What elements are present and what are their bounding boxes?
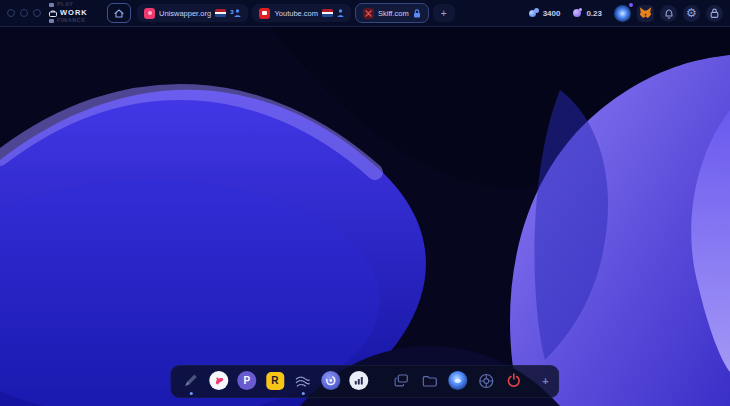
- orb-button[interactable]: [614, 5, 631, 22]
- waves-icon: [295, 375, 310, 387]
- orb-app-icon: [448, 371, 467, 390]
- dock-app-orb[interactable]: [448, 371, 467, 390]
- window-control-2[interactable]: [20, 9, 28, 17]
- chart-app-icon: [349, 371, 368, 390]
- tab-label: Skiff.com: [378, 9, 409, 18]
- tab-youtube[interactable]: Youtube.com: [252, 4, 351, 22]
- top-bar: PLAY WORK FINANCE Uniswapper.o: [0, 0, 730, 27]
- helm-icon: [478, 373, 494, 389]
- dock: P R: [170, 365, 559, 398]
- swirl-app-icon: [321, 371, 340, 390]
- plus-icon: +: [441, 8, 447, 19]
- home-icon: [114, 9, 124, 18]
- dock-app-p[interactable]: P: [237, 371, 256, 390]
- running-indicator: [301, 392, 304, 395]
- metamask-fox-icon: [639, 7, 652, 19]
- play-workspace-icon: [49, 3, 54, 7]
- window-controls: [7, 9, 41, 17]
- balance-value: 0.23: [586, 9, 602, 18]
- notification-dot: [629, 3, 633, 7]
- briefcase-icon: [49, 10, 57, 17]
- p-app-icon: P: [237, 371, 256, 390]
- windows-overview-icon: [394, 374, 409, 387]
- tab-users-badge: 3: [230, 9, 241, 17]
- metamask-button[interactable]: [637, 5, 654, 22]
- purple-token-icon: [572, 8, 583, 18]
- dock-app-folder[interactable]: [420, 371, 439, 390]
- window-control-1[interactable]: [7, 9, 15, 17]
- lock-icon: [710, 8, 719, 18]
- gear-icon: ⚙: [686, 7, 697, 19]
- desktop-screen: PLAY WORK FINANCE Uniswapper.o: [0, 0, 730, 406]
- home-button[interactable]: [107, 3, 131, 23]
- dock-app-r[interactable]: R: [265, 371, 284, 390]
- workspace-current-label: WORK: [60, 9, 88, 17]
- dock-app-chart[interactable]: [349, 371, 368, 390]
- tab-strip: Uniswapper.org 3 Youtube.com: [137, 3, 455, 23]
- user-count: 3: [230, 9, 233, 15]
- uniswap-app-icon: [209, 371, 228, 390]
- dock-app-windows-overview[interactable]: [392, 371, 411, 390]
- new-tab-button[interactable]: +: [433, 4, 455, 22]
- dock-app-power[interactable]: [504, 371, 523, 390]
- youtube-favicon-icon: [259, 8, 270, 19]
- dock-app-pen-tool[interactable]: [181, 371, 200, 390]
- dock-add-button[interactable]: +: [542, 375, 548, 387]
- pen-tool-icon: [183, 373, 198, 388]
- window-control-3[interactable]: [33, 9, 41, 17]
- workspace-prev-label: PLAY: [57, 2, 74, 8]
- r-app-icon: R: [266, 372, 284, 390]
- folder-icon: [422, 375, 437, 387]
- dock-app-helm[interactable]: [476, 371, 495, 390]
- running-indicator: [189, 392, 192, 395]
- balance-value: 3400: [543, 9, 561, 18]
- finance-workspace-icon: [49, 19, 54, 23]
- tab-label: Youtube.com: [274, 9, 318, 18]
- tab-label: Uniswapper.org: [159, 9, 211, 18]
- netherlands-flag-icon: [322, 9, 333, 17]
- workspace-next-label: FINANCE: [57, 18, 86, 24]
- dock-app-swirl[interactable]: [321, 371, 340, 390]
- skiff-favicon-icon: [363, 8, 374, 19]
- balance-secondary[interactable]: 0.23: [572, 8, 602, 18]
- blue-token-icon: [529, 8, 540, 18]
- tab-uniswapper[interactable]: Uniswapper.org 3: [137, 4, 248, 22]
- netherlands-flag-icon: [215, 9, 226, 17]
- dock-app-waves[interactable]: [293, 371, 312, 390]
- lock-icon: [413, 9, 421, 18]
- balance-primary[interactable]: 3400: [529, 8, 561, 18]
- person-icon: [234, 9, 241, 17]
- wallpaper: [0, 0, 730, 406]
- tab-skiff[interactable]: Skiff.com: [355, 3, 429, 23]
- topbar-action-icons: ⚙: [614, 5, 723, 22]
- dock-app-uniswap[interactable]: [209, 371, 228, 390]
- person-icon: [337, 9, 344, 17]
- bell-icon: [664, 8, 674, 19]
- lock-button[interactable]: [706, 5, 723, 22]
- bell-button[interactable]: [660, 5, 677, 22]
- workspace-switcher[interactable]: PLAY WORK FINANCE: [49, 2, 101, 24]
- power-icon: [506, 373, 521, 388]
- workspace-next[interactable]: FINANCE: [49, 18, 101, 24]
- settings-button[interactable]: ⚙: [683, 5, 700, 22]
- uniswapper-favicon-icon: [144, 8, 155, 19]
